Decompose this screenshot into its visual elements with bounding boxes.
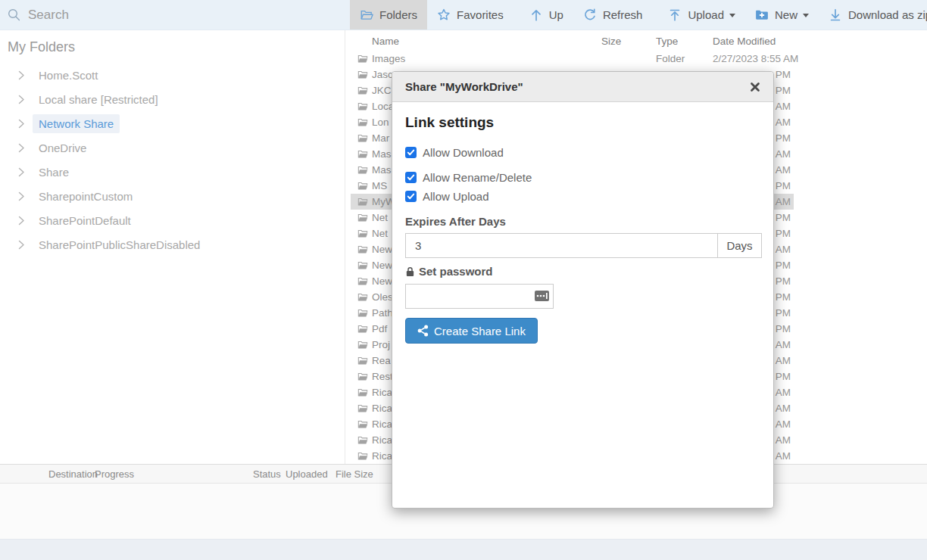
download-icon — [829, 8, 842, 22]
file-name: JKCI — [372, 85, 394, 96]
file-date-fragment: AM — [776, 196, 791, 207]
file-name: Net — [372, 228, 388, 239]
sidebar-item-label: Network Share — [33, 114, 120, 133]
file-name: Mas — [372, 164, 392, 176]
upload-icon — [668, 8, 682, 22]
folder-icon — [357, 101, 369, 112]
file-name: MS — [372, 180, 387, 191]
column-header-size[interactable]: Size — [601, 36, 621, 47]
file-date-fragment: PM — [776, 228, 791, 239]
folder-icon — [357, 86, 369, 96]
sidebar-item-home-scott[interactable]: Home.Scott — [0, 63, 345, 87]
allow-rename-delete-checkbox[interactable] — [405, 172, 417, 183]
allow-upload-row: Allow Upload — [405, 188, 760, 204]
folder-icon — [357, 260, 369, 271]
file-name: Mas — [372, 148, 392, 160]
file-name: Rea — [372, 355, 391, 366]
sidebar-item-sharepointcustom[interactable]: SharepointCustom — [0, 184, 345, 208]
file-name: Mar — [372, 132, 389, 144]
chevron-right-icon[interactable] — [18, 70, 25, 80]
toolbar-button-new[interactable]: New — [745, 0, 819, 30]
file-name: Path — [372, 307, 393, 319]
sidebar-item-onedrive[interactable]: OneDrive — [0, 135, 345, 160]
toolbar-button-upload[interactable]: Upload — [658, 0, 745, 30]
chevron-right-icon[interactable] — [18, 191, 25, 201]
status-column-status: Status — [253, 468, 281, 480]
status-column-progress: Progress — [95, 468, 134, 480]
folder-icon — [357, 387, 369, 398]
folder-icon — [357, 149, 369, 160]
column-header-date-modified[interactable]: Date Modified — [713, 36, 776, 47]
sidebar-item-label: Home.Scott — [33, 66, 104, 85]
folder-icon — [357, 308, 369, 319]
sidebar-item-label: OneDrive — [33, 138, 92, 157]
chevron-right-icon[interactable] — [18, 240, 25, 250]
file-date-fragment: AM — [776, 148, 791, 160]
sidebar-item-local-share-restricted[interactable]: Local share [Restricted] — [0, 87, 345, 111]
sidebar-item-share[interactable]: Share — [0, 160, 345, 184]
share-dialog: Share "MyWorkDrive" Link settings Allow … — [392, 71, 774, 509]
file-name: Images — [372, 53, 405, 64]
close-icon[interactable] — [750, 82, 760, 92]
file-date-fragment: PM — [776, 69, 791, 80]
new-folder-icon — [755, 8, 769, 22]
expires-days-input[interactable] — [405, 233, 718, 258]
chevron-right-icon[interactable] — [18, 143, 25, 153]
file-date-fragment: AM — [776, 355, 791, 366]
folder-icon — [357, 276, 369, 287]
file-name: Rica — [372, 418, 392, 430]
password-input[interactable] — [405, 284, 554, 309]
toolbar-button-refresh[interactable]: Refresh — [573, 0, 653, 30]
toolbar-button-folders[interactable]: Folders — [350, 0, 427, 30]
password-reveal-icon[interactable] — [535, 291, 549, 301]
file-date-fragment: AM — [776, 387, 791, 398]
folder-icon — [357, 435, 369, 446]
folder-icon — [357, 54, 369, 64]
toolbar-button-favorites[interactable]: Favorites — [427, 0, 513, 30]
chevron-right-icon[interactable] — [18, 167, 25, 177]
sidebar-item-sharepointdefault[interactable]: SharePointDefault — [0, 208, 345, 232]
status-column-file-size: File Size — [336, 468, 373, 480]
folder-icon — [357, 197, 369, 207]
column-header-name[interactable]: Name — [372, 36, 399, 47]
folder-icon — [357, 419, 369, 430]
file-name: Rica — [372, 403, 392, 414]
share-dialog-body: Link settings Allow Download Allow Renam… — [392, 102, 773, 350]
set-password-label: Set password — [419, 265, 493, 278]
chevron-down-icon — [729, 14, 735, 20]
file-name: New — [372, 260, 392, 271]
arrow-up-icon — [529, 8, 543, 22]
file-date-fragment: AM — [776, 403, 791, 414]
allow-upload-checkbox[interactable] — [405, 191, 417, 202]
toolbar-button-download-as-zip[interactable]: Download as zip — [819, 0, 927, 30]
sidebar-item-sharepointpublicsharedisabled[interactable]: SharePointPublicShareDisabled — [0, 232, 345, 257]
allow-download-checkbox[interactable] — [405, 147, 417, 158]
file-name: Oles — [372, 291, 393, 303]
folder-open-icon — [360, 8, 373, 22]
file-date-fragment: AM — [776, 117, 791, 128]
file-row[interactable]: Images Folder 2/27/2023 8:55 AM — [351, 51, 794, 67]
chevron-right-icon[interactable] — [18, 95, 25, 104]
sidebar-item-label: Share — [33, 163, 75, 182]
folder-icon — [357, 181, 369, 191]
file-name: Rica — [372, 450, 392, 462]
toolbar-button-label: Upload — [688, 8, 724, 21]
toolbar-button-up[interactable]: Up — [520, 0, 573, 30]
chevron-right-icon[interactable] — [18, 216, 25, 226]
chevron-right-icon[interactable] — [18, 119, 25, 129]
file-type: Folder — [656, 53, 685, 64]
folder-icon — [357, 356, 369, 366]
folder-icon — [357, 403, 369, 414]
sidebar-item-network-share[interactable]: Network Share — [0, 111, 345, 135]
create-share-link-button[interactable]: Create Share Link — [405, 318, 538, 344]
share-dialog-header: Share "MyWorkDrive" — [392, 72, 773, 102]
file-date-fragment: PM — [776, 85, 791, 96]
file-date-fragment: PM — [776, 307, 791, 319]
toolbar-buttons: Folders Favorites Up Refresh — [350, 0, 927, 30]
chevron-down-icon — [803, 14, 809, 20]
column-header-type[interactable]: Type — [656, 36, 678, 47]
allow-upload-label: Allow Upload — [423, 190, 489, 203]
app-root: Folders Favorites Up Refresh — [0, 0, 927, 560]
toolbar-button-label: Refresh — [603, 8, 643, 21]
search-input[interactable] — [27, 7, 314, 23]
